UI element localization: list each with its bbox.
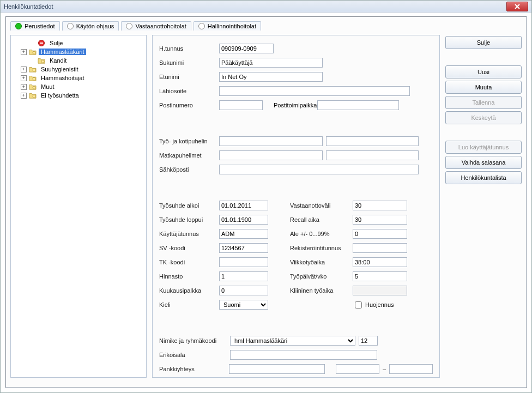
input-sukunimi[interactable]	[219, 58, 323, 68]
input-tyopaivat[interactable]	[353, 271, 407, 281]
svg-point-5	[33, 77, 35, 80]
label-erikoisala: Erikoisala	[159, 352, 230, 358]
input-tsloppui[interactable]	[219, 215, 268, 225]
label-kliininen: Kliininen työaika	[290, 287, 353, 294]
tree-item-hammaslkrit[interactable]: +Hammaslääkärit	[14, 47, 143, 56]
svg-point-7	[33, 95, 35, 98]
input-matka2[interactable]	[326, 150, 419, 160]
input-rekisterointi[interactable]	[353, 243, 407, 253]
input-matka1[interactable]	[219, 150, 323, 160]
expand-icon[interactable]: +	[21, 84, 27, 90]
input-erikoisala[interactable]	[230, 350, 377, 360]
window-close-button[interactable]	[506, 2, 528, 11]
select-nimike[interactable]: hml Hammaslääkäri	[230, 336, 355, 346]
expand-icon[interactable]: +	[21, 49, 27, 55]
tree-item-muut[interactable]: +Muut	[14, 82, 143, 91]
label-htunnus: H.tunnus	[159, 45, 219, 52]
input-pankki3[interactable]	[389, 364, 433, 374]
radio-icon	[15, 23, 22, 29]
input-hinnasto[interactable]	[219, 271, 268, 281]
folder-icon	[29, 74, 37, 82]
input-ale[interactable]	[353, 229, 407, 239]
label-tyopuh: Työ- ja kotipuhelin	[159, 138, 219, 144]
radio-icon	[126, 23, 132, 29]
folder-icon	[38, 57, 45, 64]
input-tsalkoi[interactable]	[219, 201, 268, 210]
expand-icon[interactable]: +	[21, 66, 27, 72]
input-pankki2[interactable]	[336, 364, 379, 374]
label-email: Sähköposti	[159, 166, 219, 173]
input-svkoodi[interactable]	[219, 243, 268, 253]
forbid-icon	[38, 39, 45, 47]
input-etunimi[interactable]	[219, 72, 323, 82]
input-recall[interactable]	[353, 215, 407, 225]
label-viikkotyo: Viikkotyöaika	[290, 259, 353, 265]
input-vastaanottovali[interactable]	[353, 201, 407, 210]
tab-perustiedot[interactable]: Perustiedot	[10, 21, 60, 31]
tree-item-sulje[interactable]: Sulje	[14, 39, 143, 47]
button-henkilokuntalista[interactable]: Henkilökuntalista	[445, 171, 522, 184]
expand-spacer	[29, 58, 35, 64]
folder-icon	[29, 92, 37, 99]
window-root: Henkilökuntatiedot Perustiedot Käytön oh…	[0, 0, 532, 393]
tree-label: Ei työsuhdetta	[39, 92, 81, 99]
input-viikkotyo[interactable]	[353, 257, 407, 267]
input-tkkoodi[interactable]	[219, 257, 268, 267]
tab-hallinnointihoitolat[interactable]: Hallinnointihoitolat	[194, 21, 261, 31]
input-htunnus[interactable]	[219, 44, 274, 53]
svg-point-2	[33, 51, 35, 54]
tree-item-hammashoitajat[interactable]: +Hammashoitajat	[14, 74, 143, 82]
svg-point-6	[33, 86, 35, 89]
tab-label: Käytön ohjaus	[76, 23, 114, 29]
side-button-panel: Sulje Uusi Muuta Tallenna Keskeytä Luo k…	[445, 35, 522, 378]
tree-label: Suuhygienistit	[39, 66, 81, 72]
label-recall: Recall aika	[290, 216, 353, 223]
nav-tree[interactable]: Sulje+HammaslääkäritKandit+Suuhygienisti…	[10, 35, 147, 378]
expand-spacer	[29, 40, 35, 46]
folder-icon	[29, 65, 37, 73]
tree-label: Muut	[39, 83, 56, 90]
window-title: Henkilökuntatiedot	[4, 3, 53, 10]
radio-icon	[67, 23, 74, 29]
button-luo-kayttajatunnus: Luo käyttäjätunnus	[445, 141, 522, 154]
input-kayttajatunnus[interactable]	[219, 229, 268, 239]
input-postitoimipaikka[interactable]	[317, 100, 399, 110]
input-tyopuh1[interactable]	[219, 136, 323, 146]
input-nimike-code[interactable]	[359, 336, 378, 346]
expand-icon[interactable]: +	[21, 93, 27, 99]
select-kieli[interactable]: Suomi	[219, 300, 268, 310]
radio-icon	[198, 23, 205, 29]
button-vaihda-salasana[interactable]: Vaihda salasana	[445, 156, 522, 169]
label-tsloppui: Työsuhde loppui	[159, 216, 219, 223]
label-vastaanottovali: Vastaanottoväli	[290, 202, 353, 209]
button-sulje[interactable]: Sulje	[445, 36, 522, 49]
svg-point-3	[41, 60, 44, 63]
button-tallenna: Tallenna	[445, 96, 522, 109]
input-tyopuh2[interactable]	[326, 136, 419, 146]
tab-vastaanottohoitolat[interactable]: Vastaanottohoitolat	[121, 21, 191, 31]
tab-label: Hallinnointihoitolat	[208, 23, 256, 29]
tree-item-suuhygienistit[interactable]: +Suuhygienistit	[14, 65, 143, 74]
label-ale: Ale +/- 0...99%	[290, 231, 353, 237]
expand-icon[interactable]: +	[21, 75, 27, 81]
tab-kayton-ohjaus[interactable]: Käytön ohjaus	[62, 21, 119, 31]
label-huojennus: Huojennus	[365, 301, 394, 308]
input-pankki1[interactable]	[229, 364, 325, 374]
tree-item-eitysuhdetta[interactable]: +Ei työsuhdetta	[14, 91, 143, 100]
button-muuta[interactable]: Muuta	[445, 81, 522, 94]
tree-item-kandit[interactable]: Kandit	[14, 56, 143, 65]
input-kkpalkka[interactable]	[219, 286, 268, 295]
button-uusi[interactable]: Uusi	[445, 65, 522, 78]
label-kayttajatunnus: Käyttäjätunnus	[159, 231, 219, 237]
tree-label: Hammashoitajat	[39, 75, 86, 81]
tree-label: Sulje	[47, 40, 65, 46]
folder-icon	[29, 48, 37, 56]
input-lahiosoite[interactable]	[219, 86, 410, 96]
checkbox-huojennus[interactable]	[355, 301, 362, 309]
tab-label: Perustiedot	[25, 23, 55, 29]
input-postinumero[interactable]	[219, 100, 263, 110]
tab-bar: Perustiedot Käytön ohjaus Vastaanottohoi…	[10, 21, 522, 31]
svg-point-4	[33, 69, 35, 71]
input-email[interactable]	[219, 165, 419, 174]
label-etunimi: Etunimi	[159, 74, 219, 80]
